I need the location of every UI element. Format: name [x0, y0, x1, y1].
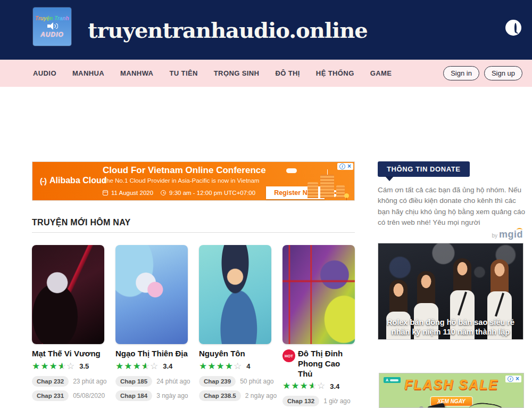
chapter-chip[interactable]: Chap 132	[282, 396, 319, 406]
flash-sale-ad[interactable]: A FLASH SALE XEM NGAY i ×	[379, 373, 524, 408]
alibaba-ad-banner[interactable]: (-) Alibaba Cloud Cloud For Vietnam Onli…	[32, 161, 355, 201]
chapter-list: Chap 132 1 giờ ago Chap 131 05/08/2020	[282, 396, 355, 408]
adchoices-controls: i ×	[505, 376, 521, 382]
comic-card: Mạt Thế Vi Vương ★★★☆★☆ 3.5 Chap 232 23 …	[32, 245, 104, 408]
chapter-chip[interactable]: Chap 231	[32, 390, 69, 401]
hot-badge: HOT	[282, 349, 295, 362]
chapter-time: 24 phút ago	[156, 378, 190, 385]
rating-row: ★★★★☆ 4	[199, 362, 271, 371]
star-icon: ☆★	[58, 362, 66, 371]
rating-value: 3.5	[79, 362, 89, 370]
nav-item[interactable]: TU TIÊN	[169, 69, 197, 77]
sign-up-button[interactable]: Sign up	[484, 66, 522, 80]
star-rating: ★★★★☆	[199, 362, 242, 371]
chapter-chip[interactable]: Chap 185	[115, 376, 152, 387]
star-icon: ☆	[317, 381, 326, 391]
comics-grid: Mạt Thế Vi Vương ★★★☆★☆ 3.5 Chap 232 23 …	[32, 245, 362, 408]
chapter-chip[interactable]: Chap 232	[32, 376, 69, 387]
comic-title[interactable]: Ngạo Thị Thiên Địa	[115, 349, 188, 359]
sign-in-button[interactable]: Sign in	[443, 66, 479, 80]
comic-title[interactable]: Mạt Thế Vi Vương	[32, 349, 104, 359]
nav-item[interactable]: GAME	[370, 69, 392, 77]
cloud-icon	[286, 168, 297, 173]
glasses-image	[467, 401, 506, 408]
star-rating: ★★★☆★☆	[32, 362, 75, 371]
ad-info-icon[interactable]: i	[508, 376, 513, 382]
calendar-icon	[103, 190, 108, 195]
chapter-list: Chap 185 24 phút ago Chap 184 3 ngày ago	[115, 376, 188, 401]
alibaba-logo-icon: (-)	[40, 176, 46, 185]
comic-title-text: Ngạo Thị Thiên Địa	[115, 349, 188, 359]
chapter-chip[interactable]: Chap 239	[199, 376, 236, 387]
comic-card: Nguyên Tôn ★★★★☆ 4 Chap 239 50 phút ago …	[199, 245, 271, 408]
rating-row: ★★★☆★☆ 3.5	[32, 362, 104, 371]
chapter-time: 1 giờ ago	[323, 397, 351, 405]
nav-item[interactable]: TRỌNG SINH	[214, 69, 260, 77]
star-icon: ★	[300, 381, 309, 391]
ad-close-icon[interactable]: ×	[516, 376, 519, 382]
ad-headline: Cloud For Vietnam Online Conference	[103, 165, 278, 176]
tree-icon	[344, 193, 349, 198]
comic-cover[interactable]	[282, 245, 355, 344]
comic-cover[interactable]	[199, 245, 271, 344]
donate-ribbon: THÔNG TIN DONATE	[378, 161, 470, 177]
alibaba-brand: (-) Alibaba Cloud	[40, 176, 107, 185]
star-icon: ★	[199, 361, 207, 371]
ad-info-icon[interactable]: i	[339, 164, 345, 169]
star-icon: ★	[291, 381, 300, 391]
chapter-time: 50 phút ago	[240, 378, 273, 385]
rating-value: 4	[246, 362, 250, 370]
chapter-row: Chap 184 3 ngày ago	[115, 390, 188, 401]
chapter-row: Chap 238.5 2 ngày ago	[199, 390, 271, 401]
nav-item[interactable]: MANHUA	[72, 69, 104, 77]
comic-title[interactable]: Nguyên Tôn	[199, 349, 271, 359]
star-icon: ★	[225, 361, 234, 371]
comic-title[interactable]: HOT Đô Thị Đỉnh Phong Cao Thủ	[282, 349, 355, 379]
search-icon	[514, 23, 517, 33]
star-icon: ★	[133, 361, 142, 371]
chapter-row: Chap 132 1 giờ ago	[282, 396, 355, 406]
rating-value: 3.4	[330, 382, 339, 390]
star-icon: ☆	[66, 361, 75, 371]
comic-cover[interactable]	[32, 245, 104, 344]
star-icon: ★	[217, 361, 225, 371]
clock-icon	[161, 190, 166, 195]
ad-close-icon[interactable]: ×	[347, 164, 351, 169]
star-icon: ☆	[150, 361, 159, 371]
auth-buttons: Sign in Sign up	[443, 60, 522, 87]
nav-item[interactable]: AUDIO	[33, 69, 56, 77]
navbar: AUDIOMANHUAMANHWATU TIÊNTRỌNG SINHĐÔ THỊ…	[0, 60, 532, 87]
search-button[interactable]	[505, 20, 521, 36]
nav-item[interactable]: HỆ THỐNG	[316, 69, 354, 77]
ad-date: 11 August 2020	[111, 190, 153, 196]
chapter-row: Chap 232 23 phút ago	[32, 376, 104, 387]
nav-item[interactable]: ĐÔ THỊ	[275, 69, 300, 77]
ad-details-row: 11 August 2020 9:30 am - 12:00 pm UTC+07…	[103, 186, 278, 199]
rolex-native-ad[interactable]: Rolex bán đồng hồ bản sao siêu rẻ nhân k…	[378, 243, 523, 340]
logo-text-top: Truyện Tranh	[35, 15, 69, 21]
header: Truyện Tranh AUDIO truyentranhaudio.onli…	[0, 0, 532, 60]
mgid-credit[interactable]: bymgid	[378, 229, 523, 240]
chapter-list: Chap 239 50 phút ago Chap 238.5 2 ngày a…	[199, 376, 271, 401]
page: Truyện Tranh AUDIO truyentranhaudio.onli…	[0, 0, 532, 408]
alibaba-brand-name: Alibaba Cloud	[49, 176, 107, 185]
rating-row: ★★★☆★☆ 3.4	[282, 381, 355, 391]
rating-row: ★★★☆★☆ 3.4	[115, 362, 188, 371]
donate-message: Cám ơn tất cả các bạn đã ủng hộ nhóm. Nế…	[378, 185, 526, 228]
site-title[interactable]: truyentranhaudio.online	[88, 18, 368, 43]
chapter-row: Chap 185 24 phút ago	[115, 376, 188, 387]
comic-cover[interactable]	[115, 245, 188, 344]
site-logo[interactable]: Truyện Tranh AUDIO	[33, 7, 71, 46]
star-icon: ☆	[234, 361, 242, 371]
star-icon: ★	[49, 361, 58, 371]
chapter-chip[interactable]: Chap 238.5	[199, 390, 241, 401]
flash-sale-title: FLASH SALE	[379, 377, 523, 393]
nav-item[interactable]: MANHWA	[120, 69, 153, 77]
comic-card: Ngạo Thị Thiên Địa ★★★☆★☆ 3.4 Chap 185 2…	[115, 245, 188, 408]
comic-title-text: Mạt Thế Vi Vương	[32, 349, 101, 359]
star-icon: ★	[115, 361, 124, 371]
star-icon: ★	[40, 361, 49, 371]
nav-links: AUDIOMANHUAMANHWATU TIÊNTRỌNG SINHĐÔ THỊ…	[33, 69, 392, 77]
chapter-chip[interactable]: Chap 184	[115, 390, 152, 401]
rating-value: 3.4	[163, 362, 172, 370]
